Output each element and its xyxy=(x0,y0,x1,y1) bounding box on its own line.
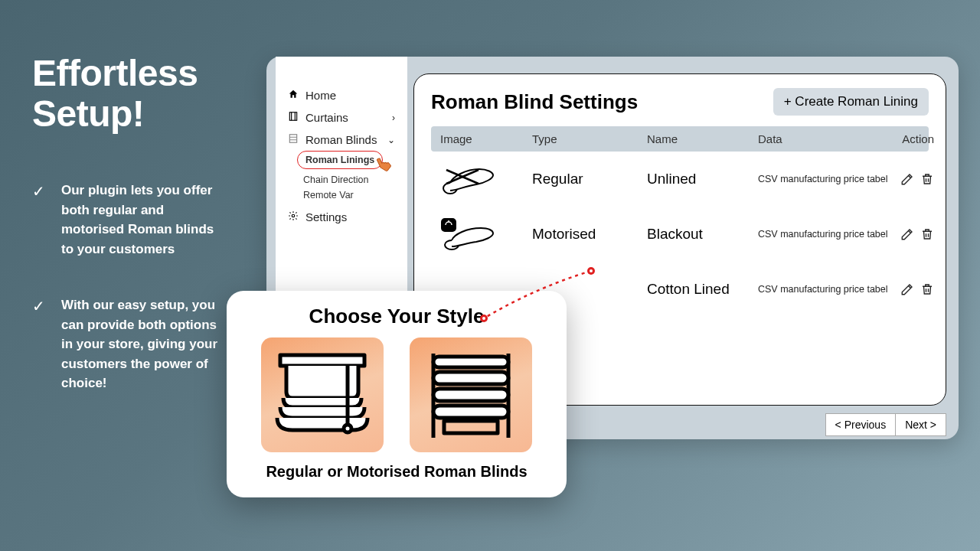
bullet-1: ✓ Our plugin lets you offer both regular… xyxy=(32,181,220,259)
cell-type: Regular xyxy=(532,171,647,187)
svg-rect-21 xyxy=(444,421,498,433)
bullet-text: With our easy setup, you can provide bot… xyxy=(61,295,220,393)
style-caption: Regular or Motorised Roman Blinds xyxy=(243,463,550,481)
table-row: Motorised Blackout CSV manufacturing pri… xyxy=(431,207,929,262)
chevron-right-icon: › xyxy=(392,112,395,123)
svg-rect-12 xyxy=(280,355,364,366)
cell-name: Unlined xyxy=(647,171,758,187)
sidebar-item-roman-blinds[interactable]: Roman Blinds ⌄ xyxy=(276,129,407,151)
edit-icon[interactable] xyxy=(900,172,914,186)
cell-type: Motorised xyxy=(532,226,647,243)
style-tile-motorised[interactable] xyxy=(410,337,532,452)
edit-icon[interactable] xyxy=(900,282,914,296)
next-button[interactable]: Next > xyxy=(895,413,946,436)
nav-label: Curtains xyxy=(305,111,348,124)
nav-label: Settings xyxy=(305,210,347,223)
panel-title: Roman Blind Settings xyxy=(431,90,638,114)
sidebar-item-curtains[interactable]: Curtains › xyxy=(276,106,407,129)
blinds-icon xyxy=(288,133,299,146)
svg-rect-18 xyxy=(433,372,508,384)
delete-icon[interactable] xyxy=(920,227,934,241)
delete-icon[interactable] xyxy=(920,282,934,296)
svg-rect-0 xyxy=(289,112,296,121)
home-icon xyxy=(288,89,299,102)
style-title: Choose Your Style xyxy=(243,305,550,328)
bullet-text: Our plugin lets you offer both regular a… xyxy=(61,181,220,259)
style-tile-regular[interactable] xyxy=(261,337,384,452)
col-data: Data xyxy=(758,132,888,145)
nav-label: Home xyxy=(305,89,336,102)
col-image: Image xyxy=(440,132,532,145)
prev-button[interactable]: < Previous xyxy=(825,413,896,436)
cell-name: Blackout xyxy=(647,226,758,243)
table-row: Regular Unlined CSV manufacturing price … xyxy=(431,152,929,207)
svg-rect-20 xyxy=(433,406,508,418)
svg-rect-17 xyxy=(433,357,508,367)
edit-icon[interactable] xyxy=(900,227,914,241)
fabric-unlined-icon xyxy=(440,162,495,196)
bullet-2: ✓ With our easy setup, you can provide b… xyxy=(32,295,220,393)
sidebar-item-home[interactable]: Home xyxy=(276,84,407,106)
fabric-blackout-icon xyxy=(440,217,495,251)
sidebar-sub-remote-var[interactable]: Remote Var xyxy=(276,187,407,203)
table-header: Image Type Name Data Action xyxy=(431,126,929,152)
svg-point-14 xyxy=(344,425,351,432)
delete-icon[interactable] xyxy=(920,172,934,186)
cell-data: CSV manufacturing price tabel xyxy=(758,229,888,240)
curtains-icon xyxy=(288,111,299,124)
nav-label: Roman Blinds xyxy=(305,133,377,146)
cell-name: Cotton Lined xyxy=(647,281,758,298)
style-chooser-card: Choose Your Style xyxy=(227,291,567,497)
svg-rect-1 xyxy=(289,135,296,143)
col-type: Type xyxy=(532,132,647,145)
svg-point-2 xyxy=(292,214,295,217)
chevron-down-icon: ⌄ xyxy=(387,135,395,145)
cell-data: CSV manufacturing price tabel xyxy=(758,284,888,295)
sidebar-item-settings[interactable]: Settings xyxy=(276,206,407,228)
hero-title: Effortless Setup! xyxy=(32,54,254,135)
gear-icon xyxy=(288,210,299,223)
check-icon: ✓ xyxy=(32,182,51,259)
check-icon: ✓ xyxy=(32,297,51,393)
sidebar-sub-roman-linings[interactable]: Roman Linings xyxy=(297,151,383,169)
col-action: Action xyxy=(888,132,934,145)
create-roman-lining-button[interactable]: + Create Roman Lining xyxy=(773,88,929,116)
cell-data: CSV manufacturing price tabel xyxy=(758,174,888,184)
svg-rect-19 xyxy=(433,389,508,401)
col-name: Name xyxy=(647,132,758,145)
